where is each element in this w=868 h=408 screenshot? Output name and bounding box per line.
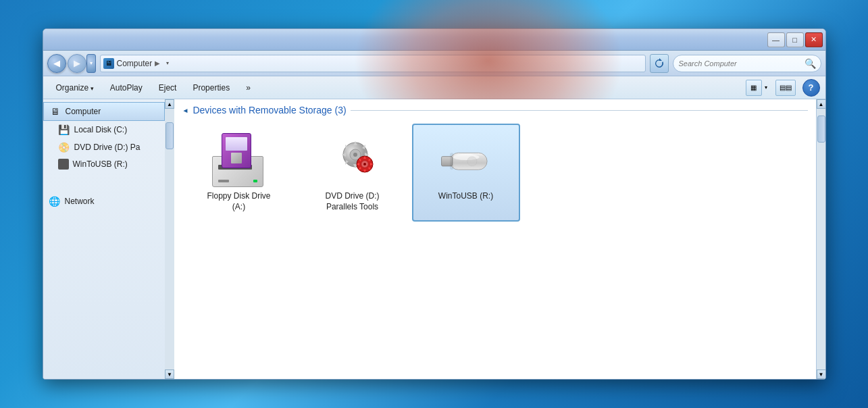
svg-point-14 bbox=[363, 163, 366, 165]
view-button[interactable]: ▦ bbox=[746, 80, 762, 96]
back-button[interactable]: ◀ bbox=[47, 54, 66, 73]
sidebar-scroll: 🖥 Computer 💾 Local Disk (C:) 📀 DVD Drive… bbox=[43, 99, 165, 379]
svg-point-3 bbox=[353, 153, 357, 157]
pane-button[interactable]: ▤▤ bbox=[775, 80, 796, 96]
close-button[interactable]: ✕ bbox=[805, 32, 823, 47]
content-inner: ◄ Devices with Removable Storage (3) bbox=[174, 99, 825, 379]
network-icon: 🌐 bbox=[49, 195, 61, 207]
eject-button[interactable]: Eject bbox=[151, 80, 184, 95]
svg-marker-0 bbox=[659, 58, 662, 61]
main-content: ◄ Devices with Removable Storage (3) bbox=[174, 99, 825, 379]
sidebar-scroll-track[interactable] bbox=[165, 109, 174, 369]
command-bar: Organize AutoPlay Eject Properties » ▦ ▾… bbox=[43, 76, 825, 99]
scroll-track[interactable] bbox=[817, 109, 825, 369]
breadcrumb-dropdown[interactable]: ▾ bbox=[163, 56, 172, 71]
minimize-button[interactable]: — bbox=[767, 32, 785, 47]
maximize-button[interactable]: □ bbox=[786, 32, 804, 47]
title-bar: — □ ✕ bbox=[43, 29, 825, 51]
sidebar-scroll-down[interactable]: ▼ bbox=[165, 369, 174, 379]
sidebar-label-computer: Computer bbox=[66, 107, 101, 116]
computer-icon: 🖥 bbox=[49, 105, 61, 118]
content-area: 🖥 Computer 💾 Local Disk (C:) 📀 DVD Drive… bbox=[43, 99, 825, 379]
dvd-icon: 📀 bbox=[58, 141, 70, 153]
usb-label: WinToUSB (R:) bbox=[438, 191, 493, 202]
breadcrumb-separator: ▶ bbox=[155, 59, 160, 67]
sidebar-item-wintousb[interactable]: WinToUSB (R:) bbox=[43, 156, 165, 172]
sidebar-label-wintousb: WinToUSB (R:) bbox=[73, 159, 128, 169]
history-dropdown[interactable]: ▾ bbox=[86, 54, 96, 73]
help-button[interactable]: ? bbox=[802, 79, 820, 97]
device-dvd[interactable]: DVD Drive (D:) Parallels Tools bbox=[299, 124, 407, 222]
sidebar-label-network: Network bbox=[65, 197, 95, 206]
organize-button[interactable]: Organize bbox=[49, 80, 101, 95]
refresh-button[interactable] bbox=[650, 54, 669, 73]
sidebar-item-computer[interactable]: 🖥 Computer bbox=[43, 102, 165, 121]
sidebar-scroll-thumb[interactable] bbox=[165, 122, 174, 149]
device-floppy[interactable]: Floppy Disk Drive (A:) bbox=[185, 124, 293, 222]
local-disk-icon: 💾 bbox=[58, 124, 70, 136]
breadcrumb-bar: Computer ▶ ▾ bbox=[100, 55, 646, 72]
scroll-down-button[interactable]: ▼ bbox=[817, 369, 825, 379]
properties-button[interactable]: Properties bbox=[185, 80, 237, 95]
sidebar-scroll-up[interactable]: ▲ bbox=[165, 99, 174, 109]
dvd-label: DVD Drive (D:) Parallels Tools bbox=[326, 191, 380, 212]
more-button[interactable]: » bbox=[238, 80, 258, 95]
section-header: ◄ Devices with Removable Storage (3) bbox=[174, 99, 816, 118]
devices-grid: Floppy Disk Drive (A:) bbox=[174, 118, 816, 227]
usb-drive-icon bbox=[439, 133, 493, 187]
search-icon[interactable]: 🔍 bbox=[805, 58, 815, 69]
autoplay-button[interactable]: AutoPlay bbox=[103, 80, 150, 95]
explorer-window: — □ ✕ ◀ ▶ ▾ Computer ▶ ▾ 🔍 Organize Aut bbox=[43, 28, 826, 380]
title-bar-buttons: — □ ✕ bbox=[767, 32, 823, 47]
device-usb[interactable]: WinToUSB (R:) bbox=[412, 124, 520, 222]
sidebar-item-local-disk[interactable]: 💾 Local Disk (C:) bbox=[43, 121, 165, 138]
svg-point-27 bbox=[467, 157, 476, 166]
section-collapse-icon[interactable]: ◄ bbox=[182, 107, 189, 114]
forward-button[interactable]: ▶ bbox=[68, 54, 86, 73]
breadcrumb-path: Computer bbox=[117, 59, 153, 68]
scroll-thumb[interactable] bbox=[817, 116, 825, 143]
breadcrumb-computer-icon bbox=[103, 58, 114, 69]
section-title: Devices with Removable Storage (3) bbox=[193, 105, 346, 116]
sidebar-item-network[interactable]: 🌐 Network bbox=[43, 193, 165, 210]
search-input[interactable] bbox=[679, 59, 802, 68]
navigation-toolbar: ◀ ▶ ▾ Computer ▶ ▾ 🔍 bbox=[43, 51, 825, 76]
section-line bbox=[351, 110, 808, 111]
sidebar: 🖥 Computer 💾 Local Disk (C:) 📀 DVD Drive… bbox=[43, 99, 165, 379]
dvd-drive-icon bbox=[326, 133, 380, 187]
sidebar-label-local-disk: Local Disk (C:) bbox=[74, 125, 128, 134]
sidebar-scrollbar: ▲ ▼ bbox=[165, 99, 174, 379]
sidebar-item-dvd[interactable]: 📀 DVD Drive (D:) Pa bbox=[43, 138, 165, 156]
scroll-up-button[interactable]: ▲ bbox=[817, 99, 825, 109]
usb-sidebar-icon bbox=[58, 159, 69, 170]
floppy-label: Floppy Disk Drive (A:) bbox=[207, 191, 270, 212]
right-scrollbar: ▲ ▼ bbox=[816, 99, 825, 379]
search-bar: 🔍 bbox=[673, 55, 821, 72]
view-dropdown[interactable]: ▾ bbox=[763, 84, 769, 91]
svg-rect-26 bbox=[450, 153, 453, 170]
floppy-drive-icon bbox=[212, 133, 266, 187]
sidebar-label-dvd: DVD Drive (D:) Pa bbox=[74, 143, 141, 152]
